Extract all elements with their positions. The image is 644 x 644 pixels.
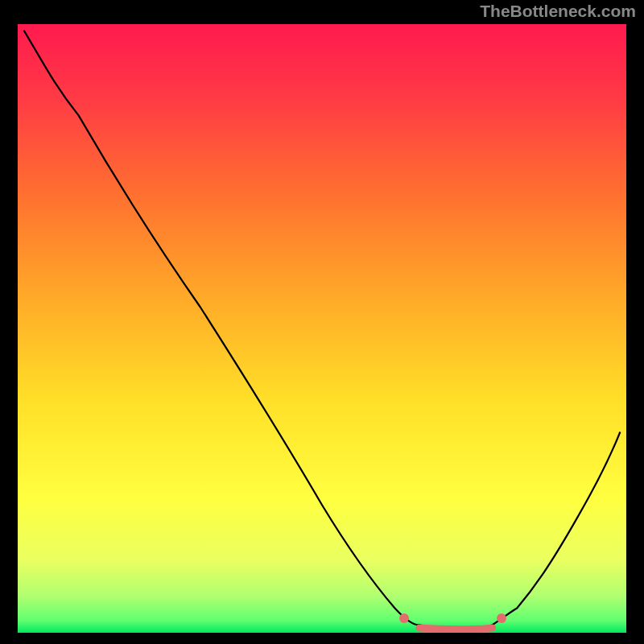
plot-area: [18, 24, 626, 633]
marker-left: [399, 613, 409, 623]
chart-svg: [18, 24, 626, 633]
chart-container: TheBottleneck.com: [0, 0, 644, 644]
flat-region-highlight: [419, 628, 493, 630]
gradient-background: [18, 24, 626, 633]
marker-right: [497, 613, 506, 623]
watermark-text: TheBottleneck.com: [480, 2, 636, 21]
